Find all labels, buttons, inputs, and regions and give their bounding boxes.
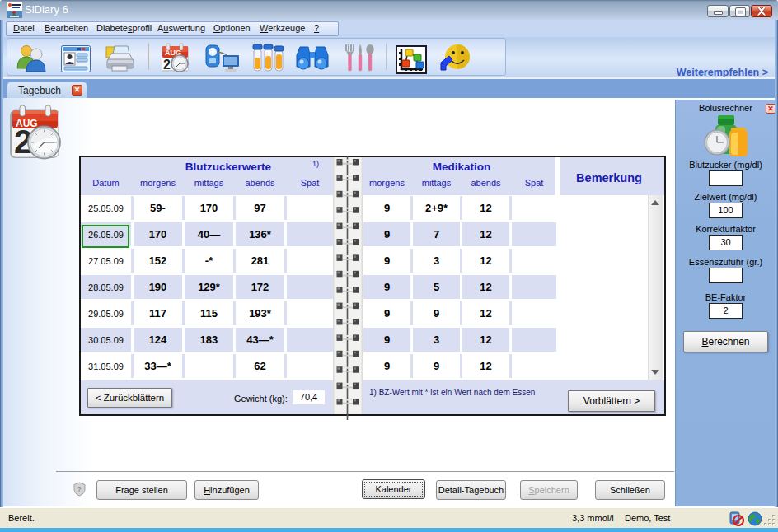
svg-text:?: ? — [77, 485, 82, 493]
svg-text:2: 2 — [163, 58, 171, 72]
